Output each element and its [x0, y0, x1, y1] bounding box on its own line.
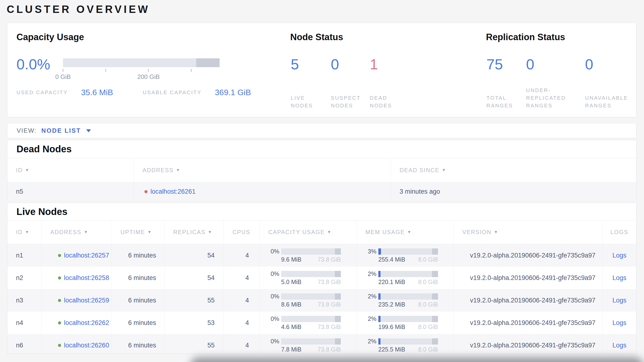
dead-nodes-table: ID▼ADDRESS▼DEAD SINCE▼n5localhost:262613…: [8, 158, 636, 201]
usage-labels: 5.0 MiB73.8 GiB: [281, 279, 341, 285]
capacity-bar-dark-segment: [196, 58, 220, 67]
capacity-usage-title: Capacity Usage: [16, 32, 84, 42]
node-address-link[interactable]: localhost:26262: [64, 319, 109, 327]
usage-cell-memory: 2%199.6 MiB8.0 GiB: [356, 311, 454, 334]
dead-nodes-heading: Dead Nodes: [16, 144, 72, 154]
node-id-cell: n3: [8, 289, 42, 311]
node-address-link[interactable]: localhost:26257: [64, 252, 109, 259]
view-selected-value[interactable]: NODE LIST: [41, 127, 81, 134]
node-address-cell: localhost:26257: [42, 244, 112, 267]
capacity-axis-tick: [148, 69, 149, 72]
dead-node-address-link[interactable]: localhost:26261: [150, 188, 196, 195]
sort-arrow-icon[interactable]: ▼: [494, 230, 498, 235]
capacity-axis-ticks: [63, 69, 220, 72]
usage-labels: 255.4 MiB8.0 GiB: [378, 256, 438, 263]
status-stat: 5LIVE NODES: [291, 57, 331, 109]
usage-used-value: 5.0 MiB: [281, 279, 302, 285]
usage-used-value: 235.2 MiB: [378, 301, 405, 308]
usage-used-value: 255.4 MiB: [378, 256, 405, 263]
replicas-cell: 55: [164, 289, 224, 311]
logs-link[interactable]: Logs: [612, 297, 626, 304]
logs-link[interactable]: Logs: [612, 342, 626, 349]
column-header-address[interactable]: ADDRESS▼: [134, 158, 391, 182]
sort-arrow-icon[interactable]: ▼: [25, 230, 30, 235]
usage-bar: [281, 316, 341, 322]
usage-used-value: 7.8 MiB: [281, 346, 302, 353]
sort-arrow-icon[interactable]: ▼: [148, 230, 152, 235]
sort-arrow-icon[interactable]: ▼: [407, 230, 412, 235]
logs-cell: Logs: [602, 244, 636, 267]
cpus-cell: 4: [224, 311, 260, 334]
column-header-capacity-usage[interactable]: CAPACITY USAGE▼: [260, 221, 356, 244]
cluster-overview-page: CLUSTER OVERVIEW Capacity Usage 0.0% 0 G…: [0, 0, 644, 362]
column-header-logs[interactable]: LOGS: [602, 221, 636, 244]
stat-value: 0: [585, 57, 633, 72]
live-nodes-heading: Live Nodes: [16, 206, 67, 217]
usage-cell-capacity: 0%4.6 MiB73.8 GiB: [260, 311, 356, 334]
logs-link[interactable]: Logs: [612, 274, 626, 282]
column-header-id[interactable]: ID▼: [8, 158, 134, 182]
column-header-label: ADDRESS: [50, 229, 82, 236]
column-header-address[interactable]: ADDRESS▼: [42, 221, 112, 244]
usage-labels: 4.6 MiB73.8 GiB: [281, 323, 341, 330]
usage-used-value: 220.1 MiB: [378, 279, 405, 285]
sort-arrow-icon[interactable]: ▼: [176, 168, 180, 173]
node-address-link[interactable]: localhost:26258: [64, 274, 109, 282]
usage-percent: 3%: [357, 248, 376, 255]
dead-node-id-cell: n5: [8, 183, 134, 201]
usage-bar: [378, 271, 438, 277]
column-header-replicas[interactable]: REPLICAS▼: [164, 221, 224, 244]
table-header-row: ID▼ADDRESS▼UPTIME▼REPLICAS▼CPUSCAPACITY …: [8, 221, 636, 244]
column-header-id[interactable]: ID▼: [8, 221, 42, 244]
uptime-cell: 6 minutes: [112, 334, 164, 354]
usage-bar: [378, 248, 438, 255]
logs-link[interactable]: Logs: [612, 252, 626, 259]
page-title: CLUSTER OVERVIEW: [7, 3, 150, 15]
usage-bar: [281, 293, 341, 300]
usage-cell-memory: 2%220.1 MiB8.0 GiB: [356, 267, 454, 289]
logs-link[interactable]: Logs: [612, 319, 626, 327]
uptime-cell: 6 minutes: [112, 311, 164, 334]
usage-bar-row: 0%: [260, 293, 341, 300]
column-header-label: MEM USAGE: [366, 229, 405, 236]
node-id-cell: n2: [8, 267, 42, 289]
chevron-down-icon[interactable]: [86, 129, 91, 132]
usable-capacity: USABLE CAPACITY 369.1 GiB: [143, 87, 251, 96]
usage-percent: 0%: [260, 338, 279, 345]
usage-bar: [281, 338, 341, 344]
sort-arrow-icon[interactable]: ▼: [327, 230, 332, 235]
node-address-link[interactable]: localhost:26260: [64, 342, 109, 349]
table-row: n4localhost:262626 minutes5340%4.6 MiB73…: [8, 311, 636, 334]
usage-cell-memory: 2%235.2 MiB8.0 GiB: [356, 289, 454, 311]
view-selector[interactable]: VIEW: NODE LIST: [8, 127, 91, 134]
capacity-axis-tick: [63, 69, 63, 72]
node-address-cell: localhost:26258: [42, 267, 112, 289]
usage-labels: 220.1 MiB8.0 GiB: [378, 279, 438, 285]
column-header-version[interactable]: VERSION▼: [454, 221, 602, 244]
usage-bar: [281, 248, 341, 255]
replicas-cell: 53: [164, 311, 224, 334]
usage-bar: [281, 271, 341, 277]
sort-arrow-icon[interactable]: ▼: [442, 168, 446, 173]
sort-arrow-icon[interactable]: ▼: [84, 230, 88, 235]
sort-arrow-icon[interactable]: ▼: [25, 168, 30, 173]
usage-total-value: 73.8 GiB: [318, 323, 341, 330]
capacity-percent-value: 0.0%: [16, 57, 50, 72]
column-header-mem-usage[interactable]: MEM USAGE▼: [356, 221, 454, 244]
usage-labels: 235.2 MiB8.0 GiB: [378, 301, 438, 308]
column-header-label: ID: [16, 229, 23, 236]
usage-bar-dark-segment: [335, 248, 341, 255]
replicas-cell: 54: [164, 267, 224, 289]
capacity-axis-tick: [191, 69, 192, 72]
column-header-cpus[interactable]: CPUS: [224, 221, 260, 244]
stat-value: 75: [486, 57, 526, 72]
usage-total-value: 73.8 GiB: [318, 301, 341, 308]
usage-cell-capacity: 0%9.6 MiB73.8 GiB: [260, 244, 356, 267]
table-header-row: ID▼ADDRESS▼DEAD SINCE▼: [8, 158, 636, 183]
sort-arrow-icon[interactable]: ▼: [208, 230, 212, 235]
usage-used-value: 199.6 MiB: [378, 323, 405, 330]
column-header-uptime[interactable]: UPTIME▼: [112, 221, 164, 244]
column-header-dead-since[interactable]: DEAD SINCE▼: [391, 158, 636, 182]
node-address-link[interactable]: localhost:26259: [64, 297, 109, 304]
usage-cell-capacity: 0%5.0 MiB73.8 GiB: [260, 267, 356, 289]
